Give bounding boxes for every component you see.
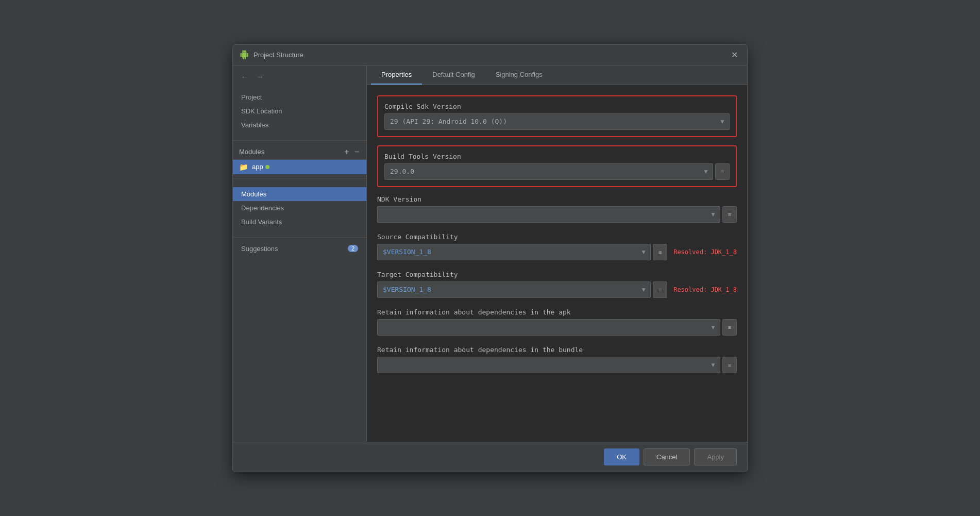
ndk-version-group: NDK Version ▼ ≡ bbox=[377, 195, 737, 223]
forward-button[interactable]: → bbox=[255, 72, 266, 82]
android-icon bbox=[239, 49, 249, 60]
back-button[interactable]: ← bbox=[239, 72, 250, 82]
module-name: app bbox=[252, 163, 263, 171]
dialog-title: Project Structure bbox=[254, 51, 303, 59]
bottom-nav-section: Modules Dependencies Build Variants bbox=[233, 183, 366, 233]
modules-header-label: Modules bbox=[239, 148, 264, 156]
target-compat-action-button[interactable]: ≡ bbox=[653, 281, 667, 298]
compile-sdk-label: Compile Sdk Version bbox=[384, 103, 730, 110]
sidebar-item-dependencies[interactable]: Dependencies bbox=[233, 201, 366, 215]
ndk-version-label: NDK Version bbox=[377, 195, 737, 203]
remove-module-button[interactable]: − bbox=[353, 148, 360, 156]
project-structure-dialog: Project Structure ✕ ← → Project SDK Loca… bbox=[232, 44, 748, 472]
nav-controls: ← → bbox=[233, 70, 366, 86]
compile-sdk-select-wrapper: 29 (API 29: Android 10.0 (Q)) ▼ bbox=[384, 113, 730, 130]
ok-button[interactable]: OK bbox=[604, 448, 639, 465]
sidebar-item-suggestions[interactable]: Suggestions 2 bbox=[233, 242, 366, 256]
modules-divider bbox=[233, 178, 366, 179]
build-tools-group: Build Tools Version 29.0.0 ▼ ≡ bbox=[377, 145, 737, 187]
retain-bundle-label: Retain information about dependencies in… bbox=[377, 346, 737, 354]
apply-button[interactable]: Apply bbox=[694, 448, 737, 465]
ndk-version-action-button[interactable]: ≡ bbox=[722, 206, 737, 223]
modules-actions: + − bbox=[343, 148, 360, 156]
build-tools-select[interactable]: 29.0.0 bbox=[384, 163, 713, 180]
build-tools-action-button[interactable]: ≡ bbox=[715, 163, 730, 180]
dialog-footer: OK Cancel Apply bbox=[233, 442, 747, 472]
compile-sdk-row: 29 (API 29: Android 10.0 (Q)) ▼ bbox=[384, 113, 730, 130]
target-compat-label: Target Compatibility bbox=[377, 271, 737, 278]
retain-bundle-select[interactable] bbox=[377, 357, 720, 373]
tab-properties[interactable]: Properties bbox=[371, 65, 422, 85]
folder-icon: 📁 bbox=[239, 163, 248, 171]
suggestions-label: Suggestions bbox=[241, 245, 278, 253]
module-item-app[interactable]: 📁 app bbox=[233, 160, 366, 174]
target-compat-select[interactable]: $VERSION_1_8 bbox=[377, 281, 651, 298]
sidebar-item-sdk-location[interactable]: SDK Location bbox=[233, 104, 366, 118]
modules-header: Modules + − bbox=[233, 145, 366, 160]
source-compat-select[interactable]: $VERSION_1_8 bbox=[377, 244, 651, 260]
sidebar: ← → Project SDK Location Variables Modul… bbox=[233, 65, 367, 442]
target-compat-select-wrapper: $VERSION_1_8 ▼ bbox=[377, 281, 651, 298]
target-compat-row: $VERSION_1_8 ▼ ≡ Resolved: JDK_1_8 bbox=[377, 281, 737, 298]
retain-bundle-select-wrapper: ▼ bbox=[377, 357, 720, 373]
tab-default-config[interactable]: Default Config bbox=[422, 65, 485, 85]
source-compat-resolved: Resolved: JDK_1_8 bbox=[673, 248, 737, 256]
target-compat-resolved: Resolved: JDK_1_8 bbox=[673, 286, 737, 293]
close-button[interactable]: ✕ bbox=[728, 49, 741, 61]
add-module-button[interactable]: + bbox=[343, 148, 350, 156]
ndk-version-select-wrapper: ▼ bbox=[377, 206, 720, 223]
retain-apk-group: Retain information about dependencies in… bbox=[377, 308, 737, 336]
title-bar-left: Project Structure bbox=[239, 49, 303, 60]
module-status-dot bbox=[265, 165, 269, 169]
title-bar: Project Structure ✕ bbox=[233, 45, 747, 65]
source-compat-select-wrapper: $VERSION_1_8 ▼ bbox=[377, 244, 651, 260]
source-compat-group: Source Compatibility $VERSION_1_8 ▼ ≡ Re… bbox=[377, 233, 737, 260]
retain-apk-row: ▼ ≡ bbox=[377, 319, 737, 336]
sidebar-item-variables[interactable]: Variables bbox=[233, 118, 366, 132]
ndk-version-row: ▼ ≡ bbox=[377, 206, 737, 223]
source-compat-action-button[interactable]: ≡ bbox=[653, 244, 667, 260]
retain-apk-action-button[interactable]: ≡ bbox=[722, 319, 737, 336]
build-tools-row: 29.0.0 ▼ ≡ bbox=[384, 163, 730, 180]
sidebar-item-build-variants[interactable]: Build Variants bbox=[233, 215, 366, 229]
sidebar-item-modules[interactable]: Modules bbox=[233, 187, 366, 201]
source-compat-row: $VERSION_1_8 ▼ ≡ Resolved: JDK_1_8 bbox=[377, 244, 737, 260]
dialog-body: ← → Project SDK Location Variables Modul… bbox=[233, 65, 747, 442]
retain-apk-select-wrapper: ▼ bbox=[377, 319, 720, 336]
ndk-version-select[interactable] bbox=[377, 206, 720, 223]
suggestions-divider bbox=[233, 237, 366, 238]
source-compat-label: Source Compatibility bbox=[377, 233, 737, 241]
retain-bundle-row: ▼ ≡ bbox=[377, 357, 737, 373]
top-nav-section: Project SDK Location Variables bbox=[233, 86, 366, 136]
build-tools-select-wrapper: 29.0.0 ▼ bbox=[384, 163, 713, 180]
tab-signing-configs[interactable]: Signing Configs bbox=[485, 65, 553, 85]
suggestions-badge: 2 bbox=[348, 245, 358, 252]
build-tools-label: Build Tools Version bbox=[384, 153, 730, 160]
retain-bundle-action-button[interactable]: ≡ bbox=[722, 357, 737, 373]
retain-apk-label: Retain information about dependencies in… bbox=[377, 308, 737, 316]
sidebar-divider bbox=[233, 140, 366, 141]
content-area: Compile Sdk Version 29 (API 29: Android … bbox=[367, 85, 747, 442]
retain-bundle-group: Retain information about dependencies in… bbox=[377, 346, 737, 373]
tabs-bar: Properties Default Config Signing Config… bbox=[367, 65, 747, 85]
target-compat-group: Target Compatibility $VERSION_1_8 ▼ ≡ Re… bbox=[377, 271, 737, 298]
cancel-button[interactable]: Cancel bbox=[644, 448, 690, 465]
compile-sdk-group: Compile Sdk Version 29 (API 29: Android … bbox=[377, 95, 737, 137]
compile-sdk-select[interactable]: 29 (API 29: Android 10.0 (Q)) bbox=[384, 113, 730, 130]
main-content: Properties Default Config Signing Config… bbox=[367, 65, 747, 442]
sidebar-item-project[interactable]: Project bbox=[233, 90, 366, 104]
retain-apk-select[interactable] bbox=[377, 319, 720, 336]
